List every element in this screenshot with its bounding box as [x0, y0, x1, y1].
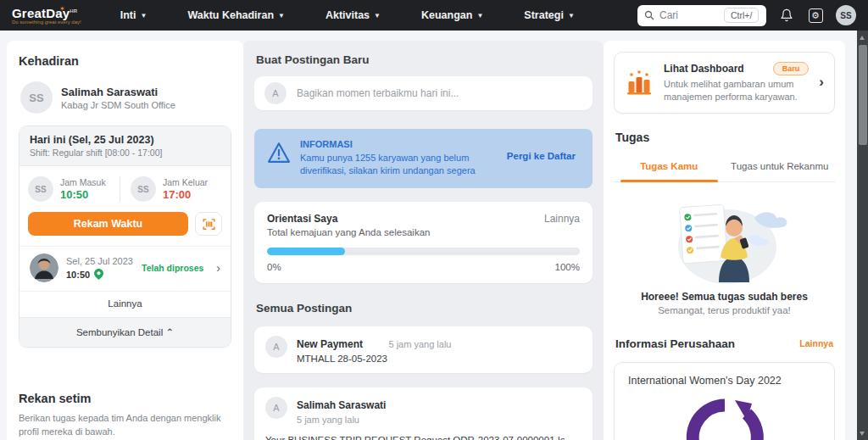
clock-row: SS Jam Masuk 10:50 SS Jam Keluar 17:00	[19, 166, 231, 210]
chevron-down-icon: ▼	[278, 12, 285, 19]
menu-item-aktivitas[interactable]: Aktivitas▼	[326, 9, 381, 21]
avatar: SS	[20, 81, 53, 114]
teammates-title: Rekan setim	[19, 392, 231, 405]
view-dashboard-card[interactable]: Lihat Dashboard Baru Untuk melihat gamba…	[614, 52, 835, 114]
chevron-right-icon: ›	[819, 74, 824, 91]
chevron-right-icon: ›	[216, 261, 220, 275]
orientation-title: Orientasi Saya	[267, 213, 337, 225]
info-banner-message: Kamu punya 1255 karyawan yang belum dive…	[300, 152, 495, 178]
tasks-tabs: Tugas Kamu Tugas untuk Rekanmu	[614, 156, 835, 182]
chevron-down-icon: ▼	[568, 12, 575, 19]
orientation-more-link[interactable]: Lainnya	[544, 213, 580, 225]
today-date: Hari ini (Sel, 25 Jul 2023)	[30, 134, 220, 146]
menu-item-strategi[interactable]: Strategi▼	[524, 9, 574, 21]
hide-detail-toggle[interactable]: Sembunyikan Detail ⌃	[19, 317, 231, 347]
info-banner-title: INFORMASI	[300, 139, 497, 149]
record-time-button[interactable]: Rekam Waktu	[28, 212, 188, 236]
post-item[interactable]: A New Payment 5 jam yang lalu MTHALL 28-…	[254, 326, 593, 373]
new-badge: Baru	[773, 62, 810, 75]
menu-item-inti[interactable]: Inti▼	[120, 9, 147, 21]
tasks-done-illustration	[653, 194, 797, 286]
orientation-card: Orientasi Saya Lainnya Total kemajuan ya…	[254, 202, 593, 283]
dashboard-card-description: Untuk melihat gambaran umum manajemen pe…	[664, 78, 808, 103]
go-to-list-link[interactable]: Pergi ke Daftar	[507, 151, 576, 161]
tab-tugas-untuk-rekanmu[interactable]: Tugas untuk Rekanmu	[725, 156, 836, 181]
post-item[interactable]: A Salimah Saraswati 5 jam yang lalu Your…	[254, 387, 593, 440]
scrollbar-down-arrow[interactable]	[860, 432, 865, 436]
chevron-down-icon: ▼	[476, 12, 483, 19]
search-shortcut: Ctrl+/	[724, 8, 759, 23]
company-info-more-link[interactable]: Lainnya	[799, 338, 833, 348]
search-input[interactable]	[659, 9, 719, 21]
chevron-up-icon: ⌃	[165, 327, 174, 337]
profile-summary: SS Salimah Saraswati Kabag Jr SDM South …	[20, 81, 230, 114]
log-time: 10:50	[66, 270, 90, 280]
tasks-empty-subtitle: Semangat, terus produktif yaa!	[614, 305, 835, 315]
orientation-progress-fill	[267, 248, 345, 255]
profile-role: Kabag Jr SDM South Office	[61, 100, 175, 110]
tasks-title: Tugas	[615, 131, 833, 144]
avatar: A	[264, 82, 287, 104]
search-icon	[644, 10, 654, 20]
scrollbar-thumb[interactable]	[859, 45, 867, 145]
clock-out-label: Jam Keluar	[163, 177, 208, 187]
company-info-title: Informasi Perusahaan	[615, 337, 735, 350]
search-box[interactable]: Ctrl+/	[637, 5, 766, 26]
avatar: A	[265, 397, 287, 419]
clock-out-time: 17:00	[163, 188, 208, 201]
clock-in-time: 10:50	[60, 188, 106, 201]
company-info-card-title: International Women's Day 2022	[628, 375, 821, 387]
progress-min-label: 0%	[267, 262, 281, 272]
bar-chart-icon	[625, 68, 654, 97]
right-sidebar: Lihat Dashboard Baru Untuk melihat gamba…	[604, 41, 845, 440]
avatar: A	[265, 336, 287, 358]
shift-info: Shift: Regular shift [08:00 - 17:00]	[30, 148, 220, 158]
post-subtitle: MTHALL 28-05-2023	[297, 354, 451, 364]
tab-tugas-kamu[interactable]: Tugas Kamu	[614, 156, 725, 181]
menu-item-waktu-kehadiran[interactable]: Waktu Kehadiran▼	[187, 9, 285, 21]
circular-arrow-logo	[684, 397, 765, 440]
all-posts-title: Semua Postingan	[256, 302, 591, 315]
post-composer-input[interactable]	[297, 87, 582, 99]
post-author: Salimah Saraswati	[297, 399, 386, 411]
page-scrollbar[interactable]	[857, 31, 868, 440]
orientation-progress-bar	[267, 248, 580, 255]
greatday-logo[interactable]: GreatDayHR ✶ Do something great every da…	[12, 6, 81, 25]
attendance-more-link[interactable]: Lainnya	[19, 291, 231, 317]
clock-out: SS Jam Keluar 17:00	[120, 176, 222, 202]
chevron-down-icon: ▼	[140, 12, 147, 19]
attendance-card-header: Hari ini (Sel, 25 Jul 2023) Shift: Regul…	[19, 126, 231, 166]
top-navbar: GreatDayHR ✶ Do something great every da…	[0, 0, 868, 31]
company-info-card[interactable]: International Women's Day 2022	[614, 362, 835, 440]
post-title: New Payment	[297, 338, 363, 350]
logo-tagline: Do something great every day!	[12, 19, 81, 25]
avatar: SS	[28, 176, 53, 202]
user-avatar[interactable]: SS	[836, 5, 856, 25]
post-body: Your BUSINESS TRIP REQUEST Request ODR-2…	[265, 433, 581, 440]
log-date: Sel, 25 Jul 2023	[66, 256, 133, 266]
teammates-description: Berikan tugas kepada tim Anda dengan men…	[19, 412, 231, 439]
clock-in-label: Jam Masuk	[60, 177, 106, 187]
log-photo-avatar	[30, 253, 58, 282]
create-post-title: Buat Postingan Baru	[256, 53, 591, 66]
info-banner: INFORMASI Kamu punya 1255 karyawan yang …	[254, 129, 593, 188]
attendance-log-row[interactable]: Sel, 25 Jul 2023 10:50 Telah diproses ›	[19, 246, 231, 291]
attendance-title: Kehadiran	[19, 54, 231, 68]
logo-person-icon: ✶	[59, 5, 65, 13]
chevron-down-icon: ▼	[374, 12, 381, 19]
dashboard-card-title: Lihat Dashboard	[664, 63, 744, 75]
warning-triangle-icon	[268, 142, 290, 163]
system-settings-icon[interactable]: ⚙	[807, 7, 824, 24]
menu-item-keuangan[interactable]: Keuangan▼	[421, 9, 483, 21]
notifications-bell-icon[interactable]	[778, 7, 795, 24]
barcode-scan-icon	[202, 217, 216, 231]
profile-name: Salimah Saraswati	[61, 86, 175, 98]
main-menu: Inti▼ Waktu Kehadiran▼ Aktivitas▼ Keuang…	[120, 9, 575, 21]
scrollbar-up-arrow[interactable]	[860, 36, 865, 40]
feed-panel: Buat Postingan Baru A INFORMASI Kamu pun…	[243, 41, 604, 440]
avatar: SS	[131, 176, 156, 202]
status-badge: Telah diproses	[142, 263, 203, 273]
post-composer[interactable]: A	[254, 76, 593, 110]
orientation-subtitle: Total kemajuan yang Anda selesaikan	[267, 227, 580, 237]
barcode-scan-button[interactable]	[195, 212, 222, 236]
